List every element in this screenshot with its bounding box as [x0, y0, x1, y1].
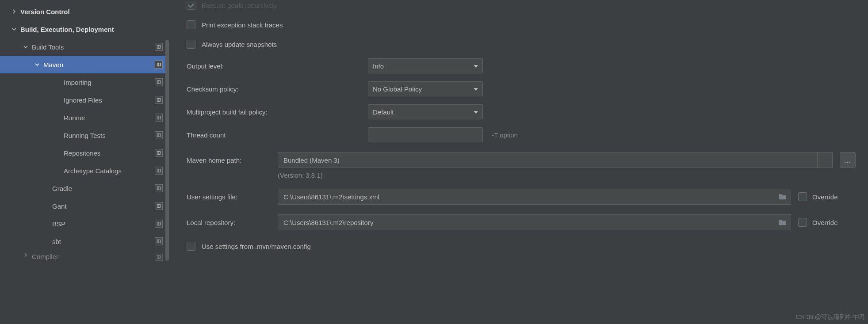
tree-item-label: Version Control — [20, 8, 163, 15]
tree-item-compiler[interactable]: Compiler — [0, 250, 169, 263]
user-settings-override-checkbox[interactable] — [798, 192, 807, 201]
use-mvn-config-row: Use settings from .mvn/maven.config — [187, 236, 856, 256]
execute-goals-label: Execute goals recursively — [202, 2, 277, 9]
folder-icon[interactable] — [778, 193, 787, 201]
print-exception-checkbox[interactable] — [187, 20, 195, 29]
tree-item-running-tests[interactable]: Running Tests — [0, 126, 169, 144]
tree-item-repositories[interactable]: Repositories — [0, 144, 169, 162]
execute-goals-checkbox[interactable] — [187, 1, 195, 10]
thread-count-label: Thread count — [187, 131, 368, 139]
tree-item-label: Repositories — [64, 149, 151, 157]
thread-count-input[interactable] — [368, 127, 483, 142]
user-settings-override-label: Override — [812, 193, 838, 201]
tree-item-label: Gant — [52, 202, 151, 210]
project-scope-icon — [155, 253, 163, 261]
user-settings-value: C:\Users\86131\.m2\settings.xml — [283, 193, 775, 201]
tree-item-label: Gradle — [52, 185, 151, 192]
local-repo-label: Local repository: — [187, 219, 271, 226]
tree-item-label: Build, Execution, Deployment — [20, 26, 163, 33]
always-update-label: Always update snapshots — [202, 41, 277, 48]
maven-home-dropdown-button[interactable] — [817, 152, 832, 168]
tree-item-archetype-catalogs[interactable]: Archetype Catalogs — [0, 162, 169, 179]
tree-item-label: Runner — [64, 114, 151, 122]
maven-home-value: Bundled (Maven 3) — [278, 156, 817, 164]
checksum-policy-label: Checksum policy: — [187, 85, 368, 93]
checksum-policy-value: No Global Policy — [373, 85, 422, 93]
thread-count-hint: -T option — [492, 131, 856, 139]
project-scope-icon — [155, 78, 163, 86]
project-scope-icon — [155, 184, 163, 192]
settings-sidebar: Version ControlBuild, Execution, Deploym… — [0, 0, 169, 324]
tree-item-label: Archetype Catalogs — [64, 167, 151, 175]
maven-home-browse-button[interactable]: ... — [840, 152, 856, 168]
local-repo-override-group: Override — [798, 218, 856, 227]
project-scope-icon — [155, 220, 163, 228]
local-repo-value: C:\Users\86131\.m2\repository — [283, 219, 775, 226]
execute-goals-row: Execute goals recursively — [187, 0, 856, 15]
project-scope-icon — [155, 167, 163, 175]
always-update-checkbox[interactable] — [187, 40, 195, 49]
tree-item-gant[interactable]: Gant — [0, 197, 169, 215]
tree-item-build-tools[interactable]: Build Tools — [0, 38, 169, 56]
chevron-down-icon[interactable] — [11, 27, 18, 31]
tree-item-bsp[interactable]: BSP — [0, 215, 169, 233]
checksum-policy-select[interactable]: No Global Policy — [368, 81, 483, 96]
local-repo-field[interactable]: C:\Users\86131\.m2\repository — [278, 214, 791, 230]
tree-item-importing[interactable]: Importing — [0, 73, 169, 91]
use-mvn-config-checkbox[interactable] — [187, 242, 195, 251]
fail-policy-label: Multiproject build fail policy: — [187, 108, 368, 116]
output-level-label: Output level: — [187, 62, 368, 70]
user-settings-field[interactable]: C:\Users\86131\.m2\settings.xml — [278, 189, 791, 205]
tree-item-build-execution-deployment[interactable]: Build, Execution, Deployment — [0, 20, 169, 38]
chevron-down-icon[interactable] — [34, 62, 41, 67]
tree-item-label: Build Tools — [32, 43, 151, 51]
sidebar-scrollbar[interactable] — [165, 40, 169, 261]
project-scope-icon — [155, 237, 163, 245]
user-settings-row: User settings file: C:\Users\86131\.m2\s… — [187, 189, 856, 205]
chevron-down-icon[interactable] — [22, 45, 29, 49]
tree-item-sbt[interactable]: sbt — [0, 233, 169, 250]
form-grid: Output level: Info Checksum policy: No G… — [187, 58, 856, 142]
fail-policy-select[interactable]: Default — [368, 104, 483, 119]
chevron-right-icon[interactable] — [11, 9, 18, 14]
output-level-value: Info — [373, 62, 384, 70]
tree-item-label: Maven — [43, 61, 151, 69]
fail-policy-value: Default — [373, 108, 394, 116]
project-scope-icon — [155, 202, 163, 210]
settings-tree: Version ControlBuild, Execution, Deploym… — [0, 0, 169, 263]
tree-item-ignored-files[interactable]: Ignored Files — [0, 91, 169, 109]
tree-item-maven[interactable]: Maven — [0, 56, 169, 73]
chevron-down-icon — [474, 108, 478, 116]
maven-home-row: Maven home path: Bundled (Maven 3) ... — [187, 152, 856, 168]
maven-settings-panel: Execute goals recursively Print exceptio… — [169, 0, 868, 324]
chevron-right-icon[interactable] — [22, 253, 29, 257]
project-scope-icon — [155, 131, 163, 139]
user-settings-label: User settings file: — [187, 193, 271, 201]
project-scope-icon — [155, 43, 163, 51]
print-exception-label: Print exception stack traces — [202, 21, 283, 29]
tree-item-label: Compiler — [32, 253, 151, 260]
tree-item-label: Running Tests — [64, 132, 151, 139]
maven-version-note: (Version: 3.8.1) — [278, 172, 856, 179]
tree-item-version-control[interactable]: Version Control — [0, 3, 169, 20]
tree-item-label: Ignored Files — [64, 96, 151, 104]
maven-home-combo[interactable]: Bundled (Maven 3) — [278, 152, 833, 168]
local-repo-override-checkbox[interactable] — [798, 218, 807, 227]
watermark-text: CSDN @可以睡到中午吗 — [795, 313, 864, 321]
local-repo-row: Local repository: C:\Users\86131\.m2\rep… — [187, 214, 856, 230]
local-repo-override-label: Override — [812, 219, 838, 226]
chevron-down-icon — [474, 62, 478, 70]
project-scope-icon — [155, 61, 163, 69]
tree-item-label: sbt — [52, 238, 151, 245]
user-settings-override-group: Override — [798, 192, 856, 201]
print-exception-row: Print exception stack traces — [187, 15, 856, 34]
output-level-select[interactable]: Info — [368, 58, 483, 73]
folder-icon[interactable] — [778, 218, 787, 227]
tree-item-label: BSP — [52, 220, 151, 228]
project-scope-icon — [155, 96, 163, 104]
tree-item-gradle[interactable]: Gradle — [0, 179, 169, 197]
tree-item-runner[interactable]: Runner — [0, 109, 169, 126]
maven-home-label: Maven home path: — [187, 156, 271, 164]
chevron-down-icon — [474, 85, 478, 93]
project-scope-icon — [155, 114, 163, 122]
